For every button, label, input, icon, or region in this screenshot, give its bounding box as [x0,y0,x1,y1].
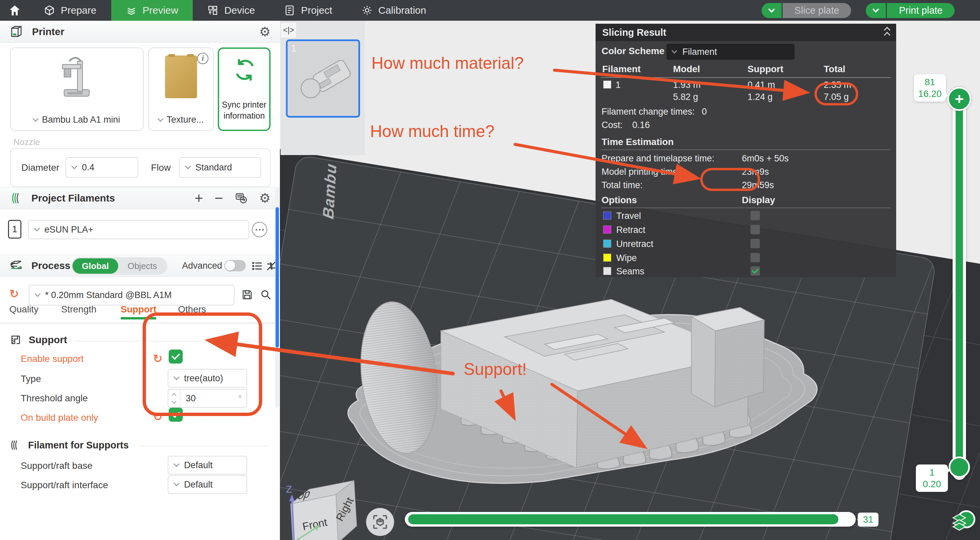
color-scheme-label: Color Scheme [601,46,664,56]
layers-icon[interactable] [950,512,969,530]
option-color-seams [603,267,611,275]
raft-base-value: Default [184,460,213,470]
support-type-select[interactable]: tree(auto) [168,369,247,388]
support-type-label: Type [21,374,41,384]
tab-calibration[interactable]: Calibration [347,0,441,21]
tab-quality[interactable]: Quality [10,304,38,315]
filaments-section-header: Project Filaments + − ⚙ [0,187,280,209]
enable-support-checkbox[interactable] [169,349,183,363]
chevron-down-icon [71,163,77,169]
layer-slider[interactable] [953,87,966,480]
process-scope-segment: Global Objects [72,257,167,275]
diameter-select[interactable]: 0.4 [65,157,138,178]
color-scheme-select[interactable]: Filament [667,44,795,60]
chevron-down-icon [173,480,179,486]
advanced-toggle[interactable] [224,260,246,271]
support-raft-base-select[interactable]: Default [168,456,247,475]
slice-plate-dropdown[interactable] [762,3,781,18]
option-checkbox-unretract[interactable] [751,239,760,248]
support-raft-interface-select[interactable]: Default [168,475,247,494]
chevron-down-icon [34,225,40,231]
plate-only-reset-icon[interactable]: ↻ [153,411,163,422]
printer-select-card[interactable]: Bambu Lab A1 mini [10,48,144,131]
tab-device[interactable]: Device [193,0,270,21]
threshold-angle-stepper[interactable]: 30 ° [168,389,247,408]
tab-preview[interactable]: Preview [111,0,193,21]
filament-select[interactable]: eSUN PLA+ [28,220,249,239]
plate-logo: Bambu [319,160,340,222]
prepare-icon [44,5,55,16]
filament-coil-icon [9,439,21,451]
home-icon [9,4,21,16]
sliced-model[interactable] [331,267,842,505]
sync-refresh-icon [233,58,256,81]
option-checkbox-retract[interactable] [751,225,760,234]
option-checkbox-seams[interactable] [751,266,760,276]
scope-global[interactable]: Global [73,258,118,274]
layer-slider-top-handle[interactable]: + [947,87,971,111]
prepare-time-value: 6m0s + 50s [742,153,789,164]
chevron-down-icon [158,116,163,122]
col-support: Support [748,64,783,75]
ams-sync-icon[interactable] [234,191,248,205]
search-settings-icon[interactable] [260,289,272,301]
tab-project[interactable]: Project [270,0,347,21]
model-weight: 5.82 g [673,92,698,102]
scope-objects[interactable]: Objects [118,258,166,274]
option-checkbox-travel[interactable] [751,211,760,220]
advanced-label: Advanced [182,261,222,271]
chevron-down-icon [34,291,40,297]
collapse-sidebar-button[interactable]: <|> [281,22,297,38]
device-icon [207,5,218,16]
chevron-down-icon [873,6,880,13]
top-layer-number: 81 [914,76,946,88]
printer-settings-gear-icon[interactable]: ⚙ [259,25,270,38]
nozzle-label: Nozzle [13,137,40,147]
top-bar: Prepare Preview Device Project Calibrati… [0,0,980,21]
save-profile-icon[interactable] [241,289,253,301]
threshold-angle-label: Threshold angle [21,393,88,404]
tab-strength[interactable]: Strength [61,304,97,315]
plate-type-card[interactable]: i Texture... [148,48,214,131]
home-button[interactable] [0,0,29,21]
option-checkbox-wipe[interactable] [751,253,760,262]
fit-view-button[interactable] [366,508,394,536]
tab-support[interactable]: Support [121,304,156,315]
process-profile-select[interactable]: * 0.20mm Standard @BBL A1M [29,285,234,306]
layer-slider-bottom-handle[interactable] [948,456,970,478]
filament-edit-button[interactable] [252,222,267,237]
col-model: Model [673,64,700,75]
chevron-down-icon [768,6,775,13]
tab-prepare[interactable]: Prepare [29,0,111,21]
filament-settings-gear-icon[interactable]: ⚙ [259,192,270,204]
remove-filament-icon[interactable]: − [215,190,223,207]
chevron-down-icon [173,374,179,380]
sync-printer-card[interactable]: Sync printer information [218,48,270,131]
profile-reset-icon[interactable]: ↻ [10,288,19,299]
printer-icon [10,25,23,39]
stepper-arrows[interactable] [169,390,180,407]
display-header: Display [742,195,775,205]
option-color-unretract [603,240,611,248]
layer-bottom-tooltip: 1 0.20 [916,465,948,492]
chevron-down-icon [173,461,179,467]
plate-thumbnail[interactable]: 1 [286,40,360,118]
collapse-panel-icon[interactable] [885,28,889,37]
print-plate-button[interactable]: Print plate [887,3,955,18]
slice-plate-button[interactable]: Slice plate [783,3,851,18]
settings-list-icon[interactable] [251,260,263,272]
on-build-plate-only-checkbox[interactable] [169,408,183,422]
print-plate-dropdown[interactable] [866,3,886,18]
add-filament-icon[interactable]: + [195,190,204,207]
bottom-layer-number: 1 [916,467,948,478]
flow-select[interactable]: Standard [179,157,261,178]
enable-support-reset-icon[interactable]: ↻ [153,353,163,364]
plate-info-icon[interactable]: i [197,53,208,64]
tab-label: Preview [143,5,178,16]
sidebar-scrollbar[interactable] [275,187,279,408]
tab-others[interactable]: Others [178,304,206,315]
settings-sidebar: Printer ⚙ Bambu Lab A1 mini i Texture... [0,21,280,540]
printer-section-header: Printer ⚙ [0,21,280,43]
printer-section-title: Printer [32,26,64,37]
preview-icon [126,5,137,16]
